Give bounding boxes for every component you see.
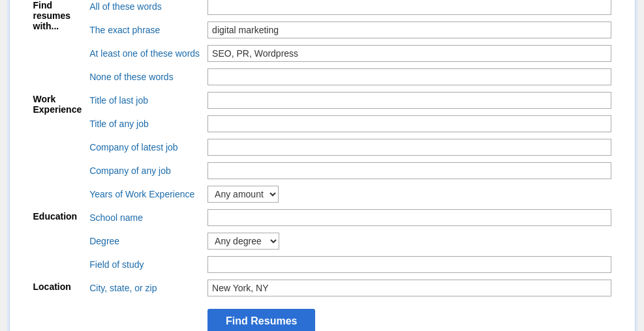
years-cell: Any amount 1+ years 2+ years 3+ years 5+… [204,182,615,206]
title-any-input[interactable] [207,115,611,132]
exact-phrase-input[interactable] [207,22,611,38]
find-resumes-button[interactable]: Find Resumes [207,309,315,332]
education-section-label: Education [29,206,86,276]
submit-spacer [29,300,86,332]
company-any-input[interactable] [207,162,611,179]
title-last-cell [204,89,615,112]
all-words-label: All of these words [85,0,204,18]
degree-label: Degree [85,229,204,253]
company-any-cell [204,159,615,182]
company-latest-input[interactable] [207,139,611,156]
company-any-label: Company of any job [85,159,204,182]
years-label: Years of Work Experience [85,182,204,206]
degree-select[interactable]: Any degree High School Associate Bachelo… [207,233,279,250]
exact-phrase-cell [204,18,615,42]
submit-label-spacer [85,300,204,332]
field-of-study-input[interactable] [207,256,611,273]
form-container: Find resumes with... All of these words … [9,0,636,331]
city-input[interactable] [207,280,611,296]
work-experience-title: Work Experience [33,94,82,115]
company-latest-label: Company of latest job [85,136,204,159]
exact-phrase-label: The exact phrase [85,18,204,42]
school-label: School name [85,206,204,229]
city-cell [204,276,615,300]
find-resumes-section-label: Find resumes with... [29,0,86,89]
school-input[interactable] [207,209,611,226]
degree-cell: Any degree High School Associate Bachelo… [204,229,615,253]
at-least-one-input[interactable] [207,45,611,62]
education-title: Education [33,211,78,222]
work-experience-section-label: Work Experience [29,89,86,206]
city-label: City, state, or zip [85,276,204,300]
submit-cell: Find Resumes [204,300,615,332]
location-title: Location [33,281,71,292]
at-least-one-cell [204,42,615,65]
at-least-one-label: At least one of these words [85,42,204,65]
school-cell [204,206,615,229]
title-any-cell [204,112,615,136]
none-of-these-input[interactable] [207,68,611,85]
title-last-label: Title of last job [85,89,204,112]
all-words-input[interactable] [207,0,611,15]
location-section-label: Location [29,276,86,300]
company-latest-cell [204,136,615,159]
all-words-cell [204,0,615,18]
field-of-study-label: Field of study [85,253,204,276]
years-select[interactable]: Any amount 1+ years 2+ years 3+ years 5+… [207,186,279,203]
none-of-these-cell [204,65,615,89]
title-any-label: Title of any job [85,112,204,136]
field-of-study-cell [204,253,615,276]
find-resumes-title: Find resumes with... [33,0,71,31]
none-of-these-label: None of these words [85,65,204,89]
title-last-input[interactable] [207,92,611,109]
